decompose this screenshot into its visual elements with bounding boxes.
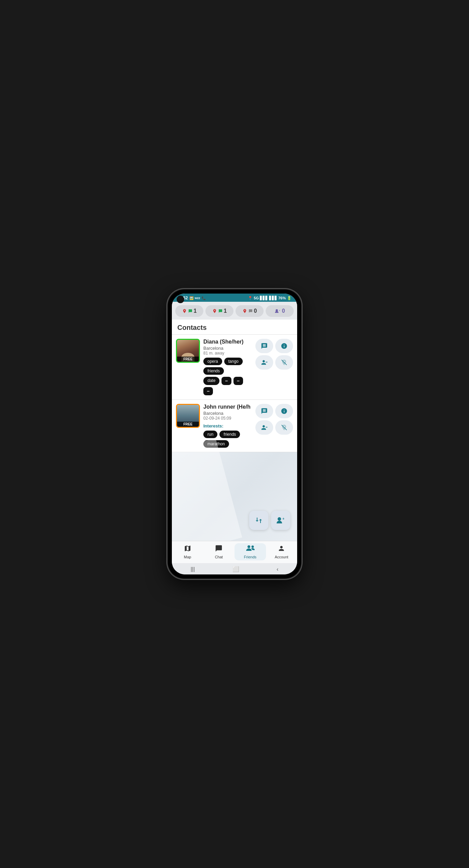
tag-friends: friends xyxy=(203,367,224,375)
diana-tags-2: date − − − xyxy=(203,377,252,395)
diana-avatar: FREE xyxy=(176,339,200,363)
back-gesture[interactable]: ||| xyxy=(191,566,195,572)
map-icon xyxy=(184,545,191,554)
camera-notch xyxy=(177,296,184,303)
location-off-icon xyxy=(281,359,288,366)
john-remove-button[interactable] xyxy=(255,420,273,435)
home-gesture[interactable]: ⬜ xyxy=(232,566,239,572)
diana-actions xyxy=(255,339,293,370)
john-interests-label: Interests: xyxy=(203,423,252,429)
john-action-row-1 xyxy=(255,404,293,418)
john-info-button[interactable] xyxy=(275,404,293,418)
tag-tango: tango xyxy=(224,358,243,365)
diana-action-row-2 xyxy=(255,355,293,370)
nav-friends[interactable]: Friends xyxy=(234,543,266,560)
chat-nav-icon xyxy=(215,545,223,554)
nav-friends-label: Friends xyxy=(244,555,256,559)
john-name: John runner (He/h xyxy=(203,404,252,410)
diana-info-button[interactable] xyxy=(275,339,293,353)
john-date: 02-09-24 05:09 xyxy=(203,416,252,421)
svg-text:+: + xyxy=(279,309,280,312)
status-bar: 12:52 🖼️ wzz 📞 📍 5G ▋▋▋ ▋▋▋ 76% 🔋 xyxy=(172,294,297,302)
add-friend-icon: + xyxy=(276,517,285,524)
chat-icon-3 xyxy=(249,309,253,313)
tag-dash-1: − xyxy=(221,377,231,385)
john-message-button[interactable] xyxy=(255,404,273,418)
svg-point-6 xyxy=(248,545,250,548)
add-friend-fab-button[interactable]: + xyxy=(271,511,290,530)
john-remove-icon xyxy=(261,424,268,431)
contacts-title: Contacts xyxy=(177,324,207,331)
main-content: Contacts FREE Diana (She/her) Barcelona … xyxy=(172,320,297,541)
system-bar: ||| ⬜ ‹ xyxy=(172,563,297,574)
phone-frame: 12:52 🖼️ wzz 📞 📍 5G ▋▋▋ ▋▋▋ 76% 🔋 1 xyxy=(168,289,301,579)
tab-4-count: 0 xyxy=(282,308,285,314)
svg-point-7 xyxy=(251,546,254,548)
tab-1-count: 1 xyxy=(194,308,197,314)
add-person-icon: + xyxy=(275,309,281,313)
sort-fab-button[interactable] xyxy=(249,511,268,530)
john-actions xyxy=(255,404,293,435)
john-location-off-icon xyxy=(281,424,288,431)
tab-2-count: 1 xyxy=(224,308,227,314)
sort-icon xyxy=(255,516,263,524)
diana-info: Diana (She/her) Barcelona 81 m. away ope… xyxy=(203,339,252,395)
john-action-row-2 xyxy=(255,420,293,435)
status-call-icon: 📞 xyxy=(202,296,206,300)
john-avatar: FREE xyxy=(176,404,200,428)
status-5g: 5G xyxy=(254,296,259,300)
diana-distance: 81 m. away xyxy=(203,351,252,356)
tag-dash-2: − xyxy=(233,377,243,385)
diana-location: Barcelona xyxy=(203,346,252,351)
tag-run: run xyxy=(203,431,217,438)
john-message-icon xyxy=(261,408,268,414)
john-location-off-button[interactable] xyxy=(275,420,293,435)
top-tab-1[interactable]: 1 xyxy=(175,305,203,317)
top-tab-4[interactable]: + 0 xyxy=(266,305,294,317)
john-free-badge: FREE xyxy=(177,422,199,427)
contact-card-john: FREE John runner (He/h Barcelona 02-09-2… xyxy=(172,400,297,452)
top-tabs-bar: 1 1 0 + 0 xyxy=(172,302,297,320)
pin-icon-1 xyxy=(182,309,187,313)
status-battery-icon: 🔋 xyxy=(287,296,292,300)
status-signal2: ▋▋▋ xyxy=(269,296,277,300)
diana-free-badge: FREE xyxy=(177,357,199,362)
tag-opera: opera xyxy=(203,358,222,365)
top-tab-2[interactable]: 1 xyxy=(205,305,233,317)
nav-account[interactable]: Account xyxy=(266,543,297,560)
fab-area: + xyxy=(249,511,290,530)
status-location-icon: 📍 xyxy=(248,296,253,300)
diana-name: Diana (She/her) xyxy=(203,339,252,345)
nav-chat-label: Chat xyxy=(215,555,223,559)
svg-point-4 xyxy=(278,517,281,521)
info-icon xyxy=(281,343,288,349)
diana-message-button[interactable] xyxy=(255,339,273,353)
chat-icon-2 xyxy=(218,309,223,313)
diana-avatar-wrap: FREE xyxy=(176,339,200,363)
john-location: Barcelona xyxy=(203,411,252,416)
tab-3-count: 0 xyxy=(254,308,257,314)
john-avatar-wrap: FREE xyxy=(176,404,200,428)
top-tab-3[interactable]: 0 xyxy=(236,305,264,317)
diana-action-row-1 xyxy=(255,339,293,353)
bottom-nav: Map Chat Friends Account xyxy=(172,541,297,563)
friends-nav-icon xyxy=(246,545,255,554)
nav-chat[interactable]: Chat xyxy=(203,543,235,560)
nav-map[interactable]: Map xyxy=(172,543,203,560)
diana-remove-button[interactable] xyxy=(255,355,273,370)
message-icon xyxy=(261,343,268,349)
diana-tags: opera tango friends xyxy=(203,358,252,375)
pin-icon-3 xyxy=(242,309,247,313)
recent-gesture[interactable]: ‹ xyxy=(277,566,278,572)
phone-screen: 12:52 🖼️ wzz 📞 📍 5G ▋▋▋ ▋▋▋ 76% 🔋 1 xyxy=(172,294,297,574)
chat-icon-1 xyxy=(188,309,192,313)
diana-location-off-button[interactable] xyxy=(275,355,293,370)
nav-account-label: Account xyxy=(275,555,288,559)
status-gallery-icon: 🖼️ xyxy=(189,296,193,300)
contacts-header: Contacts xyxy=(172,320,297,335)
account-nav-icon xyxy=(278,545,285,554)
john-info-icon xyxy=(281,408,288,414)
tag-date: date xyxy=(203,377,219,385)
svg-text:+: + xyxy=(282,517,284,521)
status-battery: 76% xyxy=(278,296,286,300)
